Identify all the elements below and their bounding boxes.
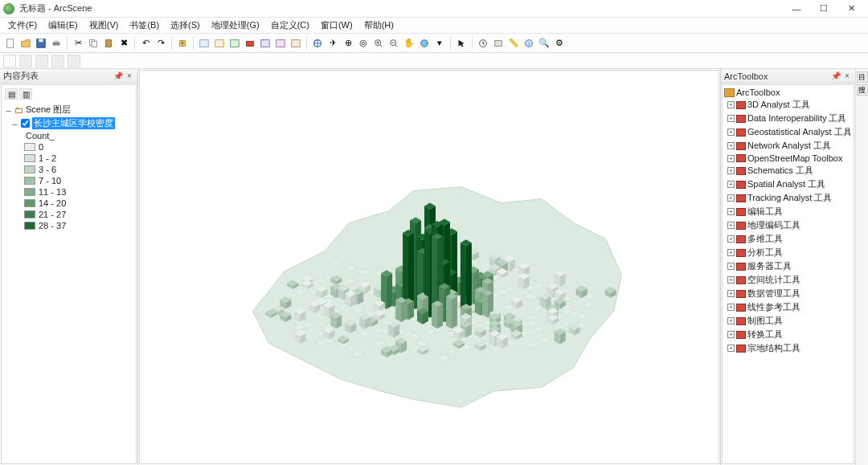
toolbox-item[interactable]: +地理编码工具 (727, 218, 852, 232)
expand-icon[interactable]: + (727, 331, 735, 338)
expand-icon[interactable]: + (727, 345, 735, 352)
toc-pin-icon[interactable]: 📌 (113, 71, 123, 81)
add-data-icon[interactable]: + (175, 36, 190, 51)
expand-icon[interactable]: + (727, 304, 735, 311)
toolbox-item[interactable]: +Tracking Analyst 工具 (727, 191, 852, 205)
tool2-e[interactable] (68, 55, 80, 67)
find-icon[interactable]: 🔍 (537, 36, 551, 51)
scene-layers-row[interactable]: – 🗀 Scene 图层 (5, 103, 133, 116)
expand-icon[interactable]: + (727, 276, 735, 283)
expand-icon[interactable]: + (727, 101, 735, 108)
print-icon[interactable] (49, 36, 63, 51)
toolbox-icon[interactable] (243, 36, 257, 51)
tool2-c[interactable] (35, 55, 48, 67)
measure-icon[interactable]: 📏 (506, 36, 521, 51)
window-minimize-button[interactable]: — (783, 1, 810, 17)
search-icon[interactable] (227, 36, 242, 51)
menu-select[interactable]: 选择(S) (166, 18, 205, 33)
toolbox-item[interactable]: +分析工具 (727, 246, 852, 259)
target-icon[interactable]: ◎ (356, 36, 371, 51)
settings-icon[interactable]: ⚙ (552, 36, 567, 51)
fly-icon[interactable]: ✈ (326, 36, 340, 51)
menu-edit[interactable]: 编辑(E) (43, 18, 83, 33)
expand-icon[interactable]: + (727, 181, 735, 188)
toolbox-item[interactable]: +宗地结构工具 (727, 341, 852, 355)
expand-icon[interactable]: + (727, 194, 735, 202)
window-maximize-button[interactable]: ☐ (810, 1, 837, 17)
expand-fov-icon[interactable]: ▾ (432, 36, 447, 51)
time-slider-icon[interactable] (476, 36, 490, 51)
window-close-button[interactable]: ✕ (837, 1, 865, 17)
identify-icon[interactable]: i (522, 36, 536, 51)
toc-icon[interactable] (197, 36, 211, 51)
toolbox-item[interactable]: +Geostatistical Analyst 工具 (727, 125, 852, 139)
arctoolbox-root[interactable]: ArcToolbox (724, 87, 852, 98)
model-icon[interactable] (273, 36, 288, 51)
menu-view[interactable]: 视图(V) (84, 18, 124, 33)
expand-icon[interactable]: + (727, 208, 735, 215)
animation-icon[interactable] (491, 36, 506, 51)
search-tab-icon[interactable]: 搜 (857, 84, 868, 96)
tool2-b[interactable] (19, 55, 32, 67)
toolbox-item[interactable]: +Schematics 工具 (727, 164, 852, 177)
zoom-out-icon[interactable] (387, 36, 401, 51)
menu-window[interactable]: 窗口(W) (316, 18, 358, 33)
expand-icon[interactable]: + (727, 263, 735, 270)
tool2-a[interactable] (3, 55, 16, 67)
arctoolbox-close-icon[interactable]: × (842, 71, 852, 81)
expand-icon[interactable]: + (727, 142, 735, 149)
catalog-tab-icon[interactable]: 目 (857, 71, 868, 83)
toolbox-item[interactable]: +3D Analyst 工具 (727, 98, 852, 112)
layer-row[interactable]: – 长沙主城区学校密度 (11, 116, 133, 130)
cut-icon[interactable]: ✂ (71, 36, 85, 51)
delete-icon[interactable]: ✖ (117, 36, 131, 51)
navigate-icon[interactable] (310, 36, 325, 51)
menu-customize[interactable]: 自定义(C) (266, 18, 314, 33)
save-icon[interactable] (34, 36, 48, 51)
toolbox-item[interactable]: +Network Analyst 工具 (727, 139, 852, 153)
toolbox-item[interactable]: +线性参考工具 (727, 300, 852, 314)
layer-visibility-checkbox[interactable] (21, 119, 30, 128)
expand-icon[interactable]: + (727, 155, 735, 162)
layer-name[interactable]: 长沙主城区学校密度 (32, 117, 115, 129)
center-icon[interactable]: ⊕ (341, 36, 355, 51)
open-icon[interactable] (18, 36, 33, 51)
toolbox-item[interactable]: +Spatial Analyst 工具 (727, 177, 852, 191)
expand-icon[interactable]: + (727, 249, 735, 256)
results-icon[interactable] (289, 36, 303, 51)
toolbox-item[interactable]: +编辑工具 (727, 205, 852, 218)
toc-close-icon[interactable]: × (125, 71, 134, 81)
toolbox-item[interactable]: +转换工具 (727, 328, 852, 341)
paste-icon[interactable] (101, 36, 116, 51)
expand-icon[interactable]: + (727, 115, 735, 122)
scene-view[interactable] (139, 70, 719, 464)
zoom-in-icon[interactable] (371, 36, 386, 51)
expand-icon[interactable]: + (727, 128, 735, 136)
menu-help[interactable]: 帮助(H) (359, 18, 399, 33)
toc-list-by-source-icon[interactable]: ▥ (19, 88, 32, 100)
toolbox-item[interactable]: +数据管理工具 (727, 287, 852, 300)
toolbox-item[interactable]: +制图工具 (727, 314, 852, 328)
toolbox-item[interactable]: +空间统计工具 (727, 273, 852, 287)
expand-icon[interactable]: + (727, 167, 735, 174)
catalog-icon[interactable] (212, 36, 227, 51)
redo-icon[interactable]: ↷ (154, 36, 168, 51)
toc-list-by-drawing-icon[interactable]: ▤ (5, 88, 18, 100)
toolbox-item[interactable]: +多维工具 (727, 232, 852, 246)
select-arrow-icon[interactable] (454, 36, 469, 51)
new-icon[interactable] (3, 36, 18, 51)
menu-bookmarks[interactable]: 书签(B) (125, 18, 164, 33)
expand-icon[interactable]: + (727, 317, 735, 324)
menu-file[interactable]: 文件(F) (3, 18, 42, 33)
expand-icon[interactable]: + (727, 290, 735, 297)
tool2-d[interactable] (51, 55, 64, 67)
python-icon[interactable] (258, 36, 272, 51)
copy-icon[interactable] (86, 36, 100, 51)
expand-icon[interactable]: + (727, 222, 735, 229)
menu-geoprocessing[interactable]: 地理处理(G) (207, 18, 264, 33)
expand-icon[interactable]: + (727, 235, 735, 243)
pan-icon[interactable]: ✋ (402, 36, 416, 51)
undo-icon[interactable]: ↶ (138, 36, 153, 51)
arctoolbox-pin-icon[interactable]: 📌 (831, 71, 841, 81)
toolbox-item[interactable]: +OpenStreetMap Toolbox (727, 153, 852, 164)
